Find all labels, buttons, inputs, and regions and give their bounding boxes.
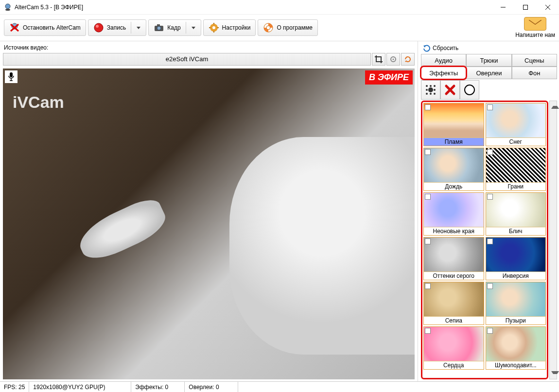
checkbox[interactable] <box>487 149 493 155</box>
refresh-icon <box>404 55 412 63</box>
record-button[interactable]: Запись <box>88 19 146 36</box>
side-tabs: Аудио Трюки Сцены Эффекты Оверлеи Фон <box>421 54 557 79</box>
video-preview: В ЭФИРЕ iVCam <box>3 68 415 379</box>
tab-tricks[interactable]: Трюки <box>466 54 511 67</box>
preview-scene <box>3 68 415 379</box>
svg-rect-14 <box>157 24 160 26</box>
window-title: AlterCam 5.3 - [В ЭФИРЕ] <box>15 4 492 11</box>
effects-scrollbar[interactable] <box>549 101 557 379</box>
source-label: Источник видео: <box>3 43 415 53</box>
svg-point-1 <box>5 9 10 11</box>
checkbox[interactable] <box>487 283 493 289</box>
about-button[interactable]: О программе <box>258 19 317 36</box>
dots-tool[interactable] <box>421 80 440 100</box>
svg-point-23 <box>266 26 270 30</box>
svg-point-37 <box>430 93 432 95</box>
settings-label: Настройки <box>222 24 251 31</box>
checkbox[interactable] <box>425 104 431 110</box>
dots-icon <box>424 83 437 97</box>
settings-button[interactable]: Настройки <box>203 19 256 36</box>
checkbox[interactable] <box>425 283 431 289</box>
svg-marker-11 <box>137 27 140 29</box>
svg-point-33 <box>426 89 428 91</box>
svg-point-10 <box>96 25 99 28</box>
status-overlays: Оверлеи: 0 <box>185 382 238 392</box>
close-button[interactable] <box>537 0 559 15</box>
circle-tool[interactable] <box>460 80 479 100</box>
effect-rain[interactable]: Дождь <box>423 148 484 191</box>
svg-marker-29 <box>423 45 426 48</box>
effect-neon[interactable]: Неоновые края <box>423 192 484 236</box>
effect-sepia[interactable]: Сепиа <box>423 282 484 325</box>
svg-point-30 <box>426 85 428 87</box>
tab-background[interactable]: Фон <box>512 67 557 79</box>
right-panel: Сбросить Аудио Трюки Сцены Эффекты Оверл… <box>418 41 559 381</box>
crop-icon <box>375 55 383 63</box>
checkbox[interactable] <box>425 194 431 200</box>
mail-label: Напишите нам <box>515 32 555 38</box>
effect-bubbles[interactable]: Пузыри <box>486 282 546 325</box>
effect-edges[interactable]: Грани <box>486 148 546 191</box>
checkbox[interactable] <box>487 104 493 110</box>
svg-point-31 <box>430 85 432 87</box>
record-dropdown[interactable] <box>136 27 141 29</box>
mic-icon <box>7 72 15 82</box>
source-dropdown[interactable]: e2eSoft iVCam <box>3 53 371 66</box>
watermark-text: iVCam <box>13 93 64 112</box>
remove-effect-tool[interactable] <box>440 80 460 100</box>
effects-area: Пламя Снег Дождь Грани Неоновые края Бли… <box>421 101 557 379</box>
checkbox[interactable] <box>425 149 431 155</box>
lifebuoy-icon <box>263 22 274 33</box>
frame-label: Кадр <box>167 24 180 31</box>
maximize-button[interactable] <box>514 0 537 15</box>
mail-icon <box>529 20 542 28</box>
main-area: Источник видео: e2eSoft iVCam В ЭФИРЕ iV… <box>0 41 559 381</box>
tab-overlays[interactable]: Оверлеи <box>466 67 511 79</box>
checkbox[interactable] <box>487 328 493 334</box>
svg-point-35 <box>434 89 436 91</box>
stop-label: Остановить AlterCam <box>23 24 81 31</box>
refresh-source-button[interactable] <box>401 53 415 66</box>
tab-scenes[interactable]: Сцены <box>512 54 557 67</box>
effect-denoise[interactable]: Шумоподавит... <box>486 326 546 370</box>
svg-point-0 <box>5 4 10 9</box>
tab-audio[interactable]: Аудио <box>421 54 466 67</box>
effect-snow[interactable]: Снег <box>486 103 546 146</box>
checkbox[interactable] <box>487 239 493 244</box>
effect-tools <box>421 80 557 100</box>
record-label: Запись <box>107 24 126 31</box>
live-badge: В ЭФИРЕ <box>365 70 413 85</box>
stop-icon <box>9 22 20 33</box>
source-settings-button[interactable] <box>386 53 400 66</box>
checkbox[interactable] <box>425 328 431 334</box>
frame-button[interactable]: Кадр <box>148 19 201 36</box>
effect-hearts[interactable]: Сердца <box>423 326 484 370</box>
effect-bleach[interactable]: Блич <box>486 192 546 236</box>
minimize-button[interactable] <box>492 0 514 15</box>
reset-button[interactable]: Сбросить <box>421 43 557 53</box>
gear-icon <box>209 22 219 33</box>
stop-button[interactable]: Остановить AlterCam <box>4 19 86 36</box>
frame-dropdown[interactable] <box>191 27 196 29</box>
svg-point-13 <box>157 26 161 30</box>
camera-icon <box>154 22 164 33</box>
reset-icon <box>423 44 431 52</box>
svg-point-38 <box>434 93 436 95</box>
mail-button[interactable] <box>524 17 546 31</box>
svg-marker-15 <box>192 27 195 29</box>
status-effects: Эффекты: 0 <box>131 382 185 392</box>
effect-inversion[interactable]: Инверсия <box>486 237 546 280</box>
record-icon <box>93 22 104 33</box>
svg-point-36 <box>426 93 428 95</box>
checkbox[interactable] <box>425 239 431 244</box>
effect-grayscale[interactable]: Оттенки серого <box>423 237 484 280</box>
left-pane: Источник видео: e2eSoft iVCam В ЭФИРЕ iV… <box>0 41 418 381</box>
checkbox[interactable] <box>487 194 493 200</box>
svg-point-17 <box>212 26 215 29</box>
svg-point-26 <box>393 59 394 60</box>
tab-effects[interactable]: Эффекты <box>421 67 466 79</box>
crop-button[interactable] <box>372 53 385 66</box>
mic-indicator[interactable] <box>5 70 17 83</box>
main-toolbar: Остановить AlterCam Запись Кадр Настройк… <box>0 15 559 41</box>
effect-flame[interactable]: Пламя <box>423 103 484 146</box>
